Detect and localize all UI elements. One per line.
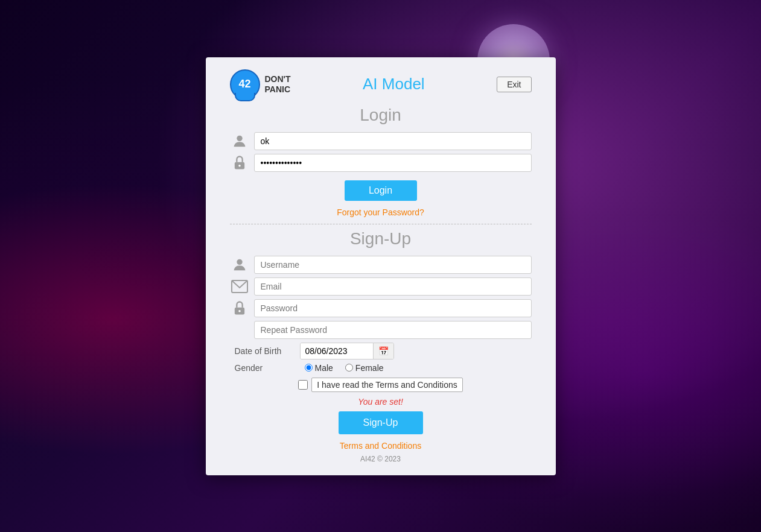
lock-icon-cell	[230, 154, 249, 171]
calendar-button[interactable]: 📅	[373, 343, 393, 359]
signup-password-input[interactable]	[254, 299, 532, 317]
svg-point-2	[238, 164, 241, 166]
signup-password-row	[230, 299, 532, 317]
email-icon	[231, 280, 248, 293]
date-of-birth-label: Date of Birth	[235, 346, 295, 356]
app-title: AI Model	[291, 75, 497, 93]
signup-button[interactable]: Sign-Up	[339, 411, 423, 434]
signup-title: Sign-Up	[230, 229, 532, 249]
gender-male-label: Male	[315, 363, 333, 373]
date-input-wrap: 📅	[300, 343, 394, 359]
date-of-birth-row: Date of Birth 📅	[230, 343, 532, 359]
gender-male-radio[interactable]	[305, 364, 313, 372]
signup-repeat-password-row	[230, 321, 532, 339]
logo-text: DON'TPANIC	[265, 74, 291, 95]
modal-overlay: 42 DON'TPANIC AI Model Exit Login	[0, 0, 761, 532]
login-password-row	[230, 154, 532, 172]
login-title: Login	[230, 106, 532, 125]
signup-lock-icon-cell	[230, 300, 249, 317]
exit-button[interactable]: Exit	[497, 77, 531, 92]
login-username-input[interactable]	[254, 132, 532, 150]
gender-row: Gender Male Female	[230, 363, 532, 373]
signup-username-input[interactable]	[254, 256, 532, 274]
logo-area: 42 DON'TPANIC	[230, 69, 291, 100]
login-password-input[interactable]	[254, 154, 532, 172]
terms-checkbox[interactable]	[298, 380, 308, 390]
footer-text: AI42 © 2023	[230, 455, 532, 463]
svg-point-3	[237, 259, 242, 264]
signup-email-row	[230, 277, 532, 296]
signup-email-input[interactable]	[254, 277, 532, 296]
gender-options: Male Female	[305, 363, 384, 373]
signup-repeat-password-input[interactable]	[254, 321, 532, 339]
login-button[interactable]: Login	[345, 180, 417, 201]
login-username-row	[230, 132, 532, 150]
gender-female-option[interactable]: Female	[345, 363, 384, 373]
lock-icon	[231, 154, 248, 171]
gender-male-option[interactable]: Male	[305, 363, 333, 373]
gender-female-label: Female	[355, 363, 384, 373]
signup-username-row	[230, 256, 532, 274]
user-icon-cell	[230, 133, 249, 150]
email-icon-cell	[230, 280, 249, 293]
user-icon	[231, 133, 248, 150]
logo-badge: 42	[230, 69, 260, 100]
signup-user-icon-cell	[230, 256, 249, 273]
you-are-set-message: You are set!	[230, 397, 532, 407]
gender-label: Gender	[235, 363, 295, 373]
section-divider	[230, 224, 532, 224]
terms-link-wrap: Terms and Conditions	[230, 440, 532, 451]
modal-header: 42 DON'TPANIC AI Model Exit	[230, 69, 532, 100]
terms-label: I have read the Terms and Conditions	[311, 378, 462, 392]
forgot-password-link[interactable]: Forgot your Password?	[337, 207, 424, 217]
main-modal: 42 DON'TPANIC AI Model Exit Login	[206, 57, 556, 475]
terms-row: I have read the Terms and Conditions	[230, 378, 532, 392]
svg-point-6	[238, 309, 241, 312]
svg-point-0	[237, 135, 242, 141]
logo-number: 42	[238, 78, 250, 90]
terms-and-conditions-link[interactable]: Terms and Conditions	[340, 441, 421, 451]
signup-lock-icon	[231, 300, 248, 317]
forgot-password-link-wrap: Forgot your Password?	[230, 207, 532, 218]
date-of-birth-input[interactable]	[301, 343, 373, 359]
signup-user-icon	[231, 256, 248, 273]
gender-female-radio[interactable]	[345, 364, 353, 372]
